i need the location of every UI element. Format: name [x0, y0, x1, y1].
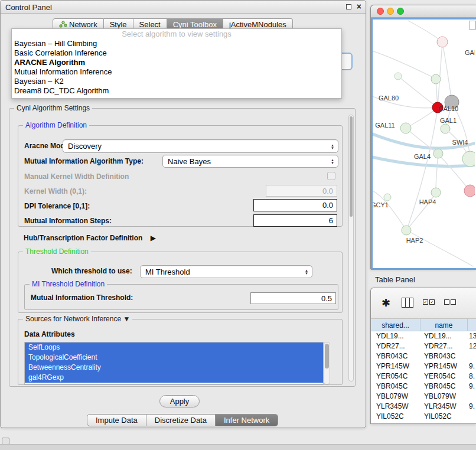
- network-node[interactable]: [400, 123, 411, 133]
- desktop: Control Panel × Network Style Select: [0, 0, 476, 450]
- manual-kernel-width-label: Manual Kernel Width Definition: [24, 172, 129, 181]
- list-item[interactable]: SelfLoops: [25, 343, 323, 353]
- column-header-shared[interactable]: shared...: [371, 319, 420, 331]
- table-cell: YDL19...: [371, 331, 420, 341]
- network-node[interactable]: [402, 226, 411, 235]
- list-item[interactable]: BetweennessCentrality: [25, 363, 323, 373]
- mi-threshold-input[interactable]: [250, 292, 336, 304]
- table-panel-title: Table Panel: [375, 275, 415, 284]
- table-row[interactable]: YBL079WYBL079W: [371, 392, 476, 402]
- algorithm-option[interactable]: Dream8 DC_TDC Algorithm: [12, 86, 341, 96]
- network-node[interactable]: [395, 73, 402, 80]
- minimize-button[interactable]: [387, 8, 394, 15]
- gear-icon[interactable]: ✱: [382, 296, 390, 309]
- expand-arrow-icon[interactable]: ▶: [151, 234, 156, 242]
- tab-network-label: Network: [69, 20, 97, 29]
- table-cell: YBL079W: [371, 392, 420, 402]
- which-threshold-combobox[interactable]: MI Threshold ▴▾: [140, 265, 312, 278]
- network-edge[interactable]: [407, 230, 473, 266]
- column-header-partial[interactable]: [468, 319, 476, 331]
- float-window-icon[interactable]: [346, 4, 351, 9]
- column-header-name[interactable]: name: [420, 319, 468, 331]
- table-row[interactable]: YDR27...YDR27...12: [371, 341, 476, 351]
- network-window-titlebar[interactable]: [371, 5, 476, 18]
- network-edge[interactable]: [438, 43, 442, 107]
- algorithm-option[interactable]: Bayesian – K2: [12, 77, 341, 86]
- manual-kernel-width-checkbox[interactable]: [327, 172, 335, 180]
- data-attributes-list[interactable]: SelfLoops TopologicalCoefficient Between…: [24, 342, 324, 384]
- mi-steps-input[interactable]: [253, 214, 337, 227]
- close-button[interactable]: [377, 8, 384, 15]
- select-all-columns-icon[interactable]: ✓✓: [423, 299, 435, 305]
- hub-transcription-factor-section[interactable]: Hub/Transcription Factor Definition ▶: [24, 234, 156, 242]
- table-cell: YBR045C: [371, 381, 420, 392]
- dropdown-prompt: Select algorithm to view settings: [12, 29, 341, 39]
- sources-title[interactable]: Sources for Network Inference ▼: [23, 315, 132, 323]
- network-node[interactable]: [437, 37, 448, 47]
- table-row[interactable]: YDL19...YDL19...13: [371, 331, 476, 341]
- network-node[interactable]: [384, 194, 391, 201]
- table-cell: 8.: [468, 371, 476, 381]
- network-scrollbar-corner[interactable]: [469, 21, 476, 30]
- table-row[interactable]: YPR145WYPR145W9.: [371, 361, 476, 371]
- tab-discretize-data[interactable]: Discretize Data: [146, 414, 216, 426]
- close-icon[interactable]: ×: [357, 2, 361, 11]
- mi-algorithm-type-value: Naive Bayes: [163, 157, 330, 166]
- table-cell: YPR145W: [420, 361, 468, 371]
- network-node[interactable]: [441, 124, 450, 133]
- threshold-definition-title: Threshold Definition: [23, 247, 91, 256]
- zoom-button[interactable]: [397, 8, 404, 15]
- network-node[interactable]: [464, 185, 475, 197]
- settings-group-title: Cyni Algorithm Settings: [14, 104, 92, 112]
- network-node[interactable]: [431, 188, 441, 197]
- tab-infer-network[interactable]: Infer Network: [216, 414, 278, 426]
- bottom-status-strip: [0, 444, 476, 450]
- table-cell: YER054C: [371, 371, 420, 381]
- tab-impute-data[interactable]: Impute Data: [87, 414, 146, 426]
- algorithm-option[interactable]: Basic Correlation Inference: [12, 48, 341, 58]
- table-cell: YPR145W: [371, 361, 420, 371]
- aracne-mode-value: Discovery: [63, 142, 330, 151]
- dpi-tolerance-input[interactable]: [253, 199, 337, 211]
- apply-button[interactable]: Apply: [159, 395, 200, 407]
- combo-arrows-icon: ▴▾: [330, 158, 338, 164]
- network-edge[interactable]: [373, 50, 436, 79]
- algorithm-option[interactable]: Bayesian – Hill Climbing: [12, 39, 341, 48]
- network-edge[interactable]: [442, 42, 452, 102]
- table-body: YDL19...YDL19...13YDR27...YDR27...12YBR0…: [371, 331, 476, 422]
- network-node[interactable]: [431, 74, 441, 84]
- table-cell: 9.: [468, 402, 476, 412]
- hub-section-label: Hub/Transcription Factor Definition: [24, 234, 142, 242]
- table-cell: YLR345W: [420, 402, 468, 412]
- kernel-width-input[interactable]: [266, 185, 337, 197]
- table-cell: YDL19...: [420, 331, 468, 341]
- table-row[interactable]: YIL052CYIL052C: [371, 412, 476, 422]
- table-row[interactable]: YBR043CYBR043C: [371, 351, 476, 361]
- table-cell: YIL052C: [371, 412, 420, 422]
- collapse-arrow-icon[interactable]: ▼: [123, 315, 130, 323]
- network-node[interactable]: [433, 149, 443, 158]
- network-node-label: GAL4: [414, 153, 431, 160]
- table-cell: [468, 412, 476, 422]
- algorithm-option[interactable]: Mutual Information Inference: [12, 67, 341, 77]
- deselect-all-columns-icon[interactable]: [444, 299, 456, 305]
- list-item[interactable]: gal4RGexp: [25, 373, 323, 383]
- columns-icon[interactable]: [402, 298, 413, 308]
- control-panel-titlebar[interactable]: Control Panel ×: [1, 1, 366, 14]
- aracne-mode-combobox[interactable]: Discovery ▴▾: [63, 139, 338, 153]
- network-view[interactable]: GALGAL80GAL10GAL1GAL11SWI4GAL4GCY1HAP4HA…: [371, 18, 476, 270]
- network-canvas[interactable]: GALGAL80GAL10GAL1GAL11SWI4GAL4GCY1HAP4HA…: [373, 19, 475, 268]
- table-row[interactable]: YLR345WYLR345W9.: [371, 402, 476, 412]
- mi-algorithm-type-combobox[interactable]: Naive Bayes ▴▾: [162, 155, 338, 168]
- network-edge[interactable]: [406, 108, 438, 128]
- network-edge[interactable]: [436, 154, 438, 192]
- list-scrollbar[interactable]: [324, 342, 330, 384]
- algorithm-option-selected[interactable]: ARACNE Algorithm: [12, 58, 341, 67]
- list-item[interactable]: TopologicalCoefficient: [25, 353, 323, 363]
- combo-arrows-icon: ▴▾: [304, 269, 312, 275]
- network-edge[interactable]: [408, 21, 442, 41]
- table-row[interactable]: YBR045CYBR045C9.: [371, 381, 476, 392]
- network-node[interactable]: [462, 151, 475, 167]
- table-row[interactable]: YER054CYER054C8.: [371, 371, 476, 381]
- settings-scrollbar[interactable]: [348, 115, 354, 381]
